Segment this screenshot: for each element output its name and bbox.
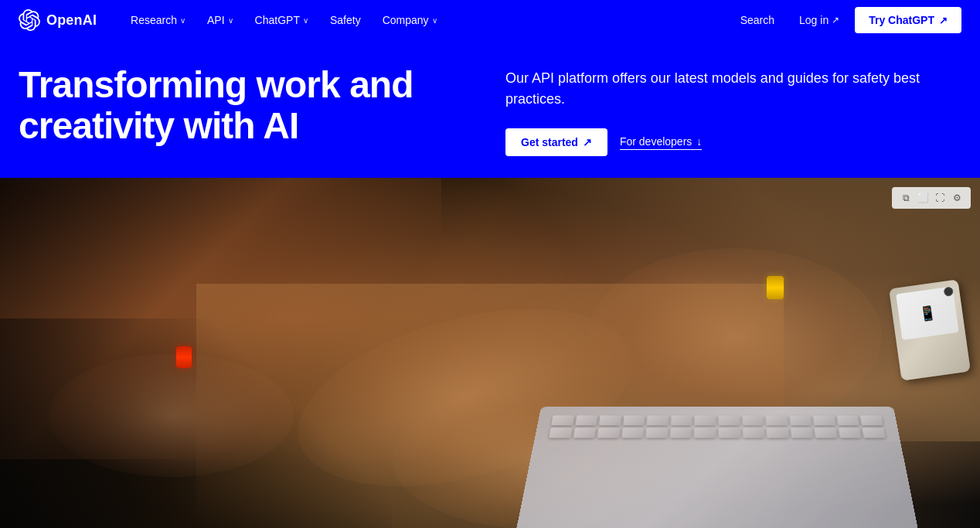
browser-controls: ⧉ ⬜ ⛶ ⚙ bbox=[892, 187, 971, 209]
search-button[interactable]: Search bbox=[731, 8, 784, 32]
yellow-watch bbox=[767, 276, 784, 299]
key-18 bbox=[621, 428, 644, 438]
key-9 bbox=[742, 415, 764, 425]
hero-image-background: 📱 bbox=[0, 178, 980, 528]
hero-buttons: Get started ↗ For developers ↓ bbox=[505, 128, 961, 156]
dark-bottom-overlay bbox=[0, 319, 392, 528]
key-17 bbox=[597, 428, 620, 438]
key-13 bbox=[837, 415, 859, 425]
browser-btn-3[interactable]: ⛶ bbox=[932, 190, 948, 206]
red-watch bbox=[176, 346, 192, 368]
hero-description: Our API platform offers our latest model… bbox=[505, 68, 938, 110]
nav-company[interactable]: Company ∨ bbox=[373, 8, 447, 32]
key-1 bbox=[551, 415, 573, 425]
key-16 bbox=[573, 428, 596, 438]
nav-research[interactable]: Research ∨ bbox=[121, 8, 195, 32]
brand-name: OpenAI bbox=[46, 12, 97, 29]
key-12 bbox=[813, 415, 835, 425]
key-25 bbox=[791, 428, 813, 438]
key-28 bbox=[863, 428, 886, 438]
for-devs-arrow-icon: ↓ bbox=[696, 135, 702, 148]
get-started-arrow-icon: ↗ bbox=[583, 136, 592, 148]
cta-arrow-icon: ↗ bbox=[939, 15, 948, 26]
key-6 bbox=[671, 415, 692, 425]
hero-right: Our API platform offers our latest model… bbox=[505, 65, 961, 156]
key-3 bbox=[599, 415, 621, 425]
key-15 bbox=[549, 428, 572, 438]
nav-links: Research ∨ API ∨ ChatGPT ∨ Safety Compan… bbox=[121, 8, 731, 32]
browser-btn-1[interactable]: ⧉ bbox=[898, 190, 914, 206]
key-4 bbox=[623, 415, 645, 425]
api-chevron-icon: ∨ bbox=[228, 16, 233, 25]
key-5 bbox=[647, 415, 669, 425]
browser-btn-2[interactable]: ⬜ bbox=[915, 190, 931, 206]
key-19 bbox=[646, 428, 668, 438]
key-27 bbox=[839, 428, 862, 438]
key-10 bbox=[766, 415, 788, 425]
nav-safety[interactable]: Safety bbox=[321, 8, 370, 32]
key-22 bbox=[719, 428, 740, 438]
chatgpt-chevron-icon: ∨ bbox=[303, 16, 308, 25]
key-7 bbox=[695, 415, 716, 425]
login-arrow-icon: ↗ bbox=[832, 15, 839, 26]
nav-right: Search Log in ↗ Try ChatGPT ↗ bbox=[731, 7, 961, 33]
nav-chatgpt[interactable]: ChatGPT ∨ bbox=[246, 8, 318, 32]
research-chevron-icon: ∨ bbox=[180, 16, 185, 25]
navbar: OpenAI Research ∨ API ∨ ChatGPT ∨ Safety… bbox=[0, 0, 980, 40]
key-8 bbox=[719, 415, 740, 425]
key-23 bbox=[743, 428, 764, 438]
hero-section: Transforming work and creativity with AI… bbox=[0, 40, 980, 178]
key-11 bbox=[790, 415, 812, 425]
browser-btn-4[interactable]: ⚙ bbox=[949, 190, 965, 206]
key-14 bbox=[860, 415, 883, 425]
login-button[interactable]: Log in ↗ bbox=[790, 8, 849, 32]
logo[interactable]: OpenAI bbox=[19, 9, 97, 31]
get-started-button[interactable]: Get started ↗ bbox=[505, 128, 607, 156]
key-20 bbox=[670, 428, 692, 438]
openai-logo-icon bbox=[19, 9, 40, 31]
phone-object: 📱 bbox=[889, 279, 971, 380]
key-21 bbox=[694, 428, 716, 438]
company-chevron-icon: ∨ bbox=[432, 16, 437, 25]
key-24 bbox=[767, 428, 788, 438]
key-2 bbox=[575, 415, 597, 425]
hero-image-section: 📱 ⧉ ⬜ ⛶ ⚙ bbox=[0, 178, 980, 528]
try-chatgpt-button[interactable]: Try ChatGPT ↗ bbox=[855, 7, 961, 33]
key-26 bbox=[815, 428, 837, 438]
keyboard-keys bbox=[533, 407, 900, 444]
laptop-keyboard bbox=[516, 407, 918, 528]
nav-api[interactable]: API ∨ bbox=[198, 8, 243, 32]
for-developers-link[interactable]: For developers ↓ bbox=[620, 135, 702, 150]
hero-left: Transforming work and creativity with AI bbox=[19, 65, 505, 147]
hero-title: Transforming work and creativity with AI bbox=[19, 65, 451, 147]
